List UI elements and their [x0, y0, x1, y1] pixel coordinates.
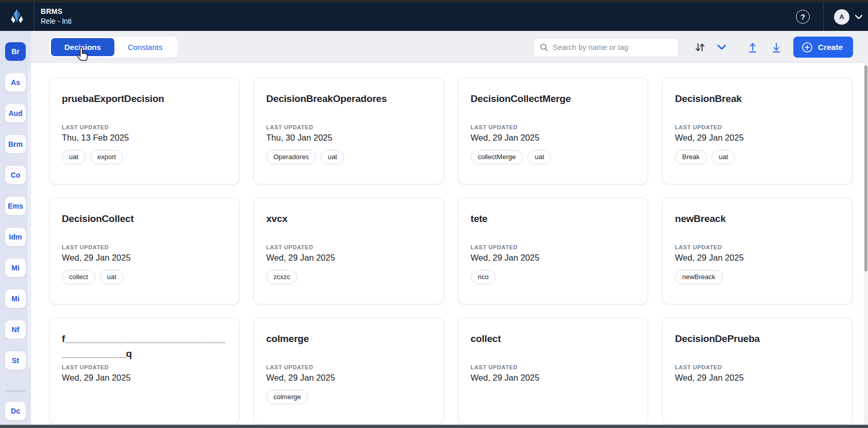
toolbar: DecisionsConstants: [31, 31, 868, 63]
sidebar-item-list: BrAsAudBrmCoEmsIdmMiMiNfStDc: [0, 31, 31, 424]
decision-card-title: DecisionBreakOperadores: [266, 91, 431, 124]
decision-card-title: DecisionBreak: [675, 91, 840, 124]
chevron-down-icon: [855, 14, 863, 20]
tag-pill-uat[interactable]: uat: [320, 150, 344, 164]
tag-pill-colmerge[interactable]: colmerge: [266, 390, 308, 404]
search-input[interactable]: [553, 43, 672, 52]
decision-card[interactable]: f_______________________________________…: [49, 317, 240, 424]
decision-card-title: colmerge: [266, 331, 431, 364]
sort-options-toggle[interactable]: [717, 44, 726, 50]
workspace-subtitle: Rele - Inti: [41, 16, 72, 26]
sidebar-item-as[interactable]: As: [5, 73, 26, 92]
scrollbar-thumb[interactable]: [864, 65, 867, 271]
tag-pill-operadores[interactable]: Operadores: [266, 150, 316, 164]
download-icon: [771, 42, 782, 53]
tag-pill-newbreack[interactable]: newBreack: [675, 270, 722, 284]
tab-decisions[interactable]: Decisions: [51, 38, 114, 56]
tag-pill-zcxzc[interactable]: zcxzc: [266, 270, 298, 284]
decision-card-title: pruebaExportDecision: [62, 91, 227, 124]
decision-card-title: xvcx: [266, 211, 431, 244]
sidebar-item-mi[interactable]: Mi: [5, 289, 26, 308]
tag-pill-collectmerge[interactable]: collectMerge: [471, 150, 523, 164]
top-navbar: BRMS Rele - Inti ? A: [0, 3, 868, 31]
help-icon[interactable]: ?: [796, 10, 810, 24]
decision-card[interactable]: pruebaExportDecision LAST UPDATED Thu, 1…: [49, 77, 240, 184]
last-updated-date: Thu, 30 Jan 2025: [266, 133, 431, 143]
decision-card[interactable]: colmerge LAST UPDATED Wed, 29 Jan 2025 c…: [253, 317, 444, 424]
tag-list: zcxzc: [266, 270, 431, 284]
tab-constants[interactable]: Constants: [114, 39, 176, 55]
lotus-logo-icon: [10, 9, 24, 25]
chevron-down-icon: [717, 44, 726, 50]
decision-card-grid: pruebaExportDecision LAST UPDATED Thu, 1…: [49, 77, 853, 424]
sidebar-item-idm[interactable]: Idm: [5, 228, 26, 246]
last-updated-date: Wed, 29 Jan 2025: [471, 133, 636, 143]
view-tab-group: DecisionsConstants: [49, 37, 178, 58]
app-logo[interactable]: [0, 3, 35, 31]
search-box[interactable]: [533, 38, 679, 57]
tag-pill-break[interactable]: Break: [675, 150, 707, 164]
export-button[interactable]: [771, 42, 782, 53]
last-updated-date: Wed, 29 Jan 2025: [675, 133, 840, 143]
sidebar-item-st[interactable]: St: [5, 351, 26, 370]
decision-card[interactable]: xvcx LAST UPDATED Wed, 29 Jan 2025 zcxzc: [253, 197, 444, 304]
import-button[interactable]: [747, 42, 758, 53]
tag-pill-uat[interactable]: uat: [100, 270, 124, 284]
navbar-right: ? A: [796, 3, 868, 31]
avatar-letter: A: [839, 13, 844, 21]
sidebar-item-mi[interactable]: Mi: [5, 259, 26, 277]
tag-list: collectuat: [62, 270, 227, 284]
tag-list: collectMergeuat: [471, 150, 636, 164]
decision-card[interactable]: DecisionCollectMerge LAST UPDATED Wed, 2…: [458, 77, 649, 184]
last-updated-date: Wed, 29 Jan 2025: [675, 253, 840, 263]
help-question-mark: ?: [801, 12, 805, 21]
app-title: BRMS: [41, 7, 72, 16]
tag-pill-uat[interactable]: uat: [711, 150, 735, 164]
decision-card[interactable]: collect LAST UPDATED Wed, 29 Jan 2025: [458, 317, 649, 424]
decision-card-title: f_______________________________________…: [62, 331, 227, 364]
page-scrollbar[interactable]: [864, 63, 868, 424]
sidebar-item-co[interactable]: Co: [5, 166, 26, 184]
sort-button[interactable]: [694, 42, 706, 53]
sidebar-item-br[interactable]: Br: [5, 42, 26, 61]
plus-circle-icon: [802, 42, 813, 53]
last-updated-label: LAST UPDATED: [266, 124, 431, 130]
tag-list: Operadoresuat: [266, 150, 431, 164]
last-updated-label: LAST UPDATED: [266, 364, 431, 370]
sidebar-item-nf[interactable]: Nf: [5, 320, 26, 339]
tag-pill-collect[interactable]: collect: [62, 270, 95, 284]
sidebar-item-aud[interactable]: Aud: [5, 104, 26, 123]
last-updated-label: LAST UPDATED: [675, 364, 840, 370]
last-updated-date: Wed, 29 Jan 2025: [471, 373, 636, 383]
navbar-divider: [823, 3, 824, 31]
avatar[interactable]: A: [834, 9, 849, 25]
last-updated-label: LAST UPDATED: [675, 244, 840, 250]
decision-card-title: DecisionCollectMerge: [471, 91, 636, 124]
create-button[interactable]: Create: [793, 37, 853, 58]
decision-card-title: newBreack: [675, 211, 840, 244]
last-updated-label: LAST UPDATED: [266, 244, 431, 250]
sidebar-item-ems[interactable]: Ems: [5, 197, 26, 215]
decision-card[interactable]: DecisionBreak LAST UPDATED Wed, 29 Jan 2…: [662, 77, 853, 184]
last-updated-date: Wed, 29 Jan 2025: [266, 373, 431, 383]
decision-card[interactable]: tete LAST UPDATED Wed, 29 Jan 2025 rico: [458, 197, 649, 304]
tag-pill-uat[interactable]: uat: [527, 150, 551, 164]
decision-card[interactable]: DecisionCollect LAST UPDATED Wed, 29 Jan…: [49, 197, 240, 304]
decision-card[interactable]: DecisionBreakOperadores LAST UPDATED Thu…: [253, 77, 444, 184]
last-updated-label: LAST UPDATED: [675, 124, 840, 130]
tag-list: Breakuat: [675, 150, 840, 164]
create-button-label: Create: [818, 43, 843, 52]
window-top-strip: [0, 0, 868, 3]
tag-pill-export[interactable]: export: [90, 150, 123, 164]
last-updated-date: Wed, 29 Jan 2025: [62, 373, 227, 383]
sidebar-item-dc[interactable]: Dc: [5, 402, 26, 420]
decision-card[interactable]: newBreack LAST UPDATED Wed, 29 Jan 2025 …: [662, 197, 853, 304]
sidebar-item-brm[interactable]: Brm: [5, 135, 26, 153]
tag-list: newBreack: [675, 270, 840, 284]
account-menu-toggle[interactable]: [855, 14, 863, 20]
tag-pill-uat[interactable]: uat: [62, 150, 86, 164]
last-updated-date: Wed, 29 Jan 2025: [471, 253, 636, 263]
tag-pill-rico[interactable]: rico: [471, 270, 496, 284]
decision-card[interactable]: DecisionDePrueba LAST UPDATED Wed, 29 Ja…: [662, 317, 853, 424]
last-updated-label: LAST UPDATED: [62, 244, 227, 250]
